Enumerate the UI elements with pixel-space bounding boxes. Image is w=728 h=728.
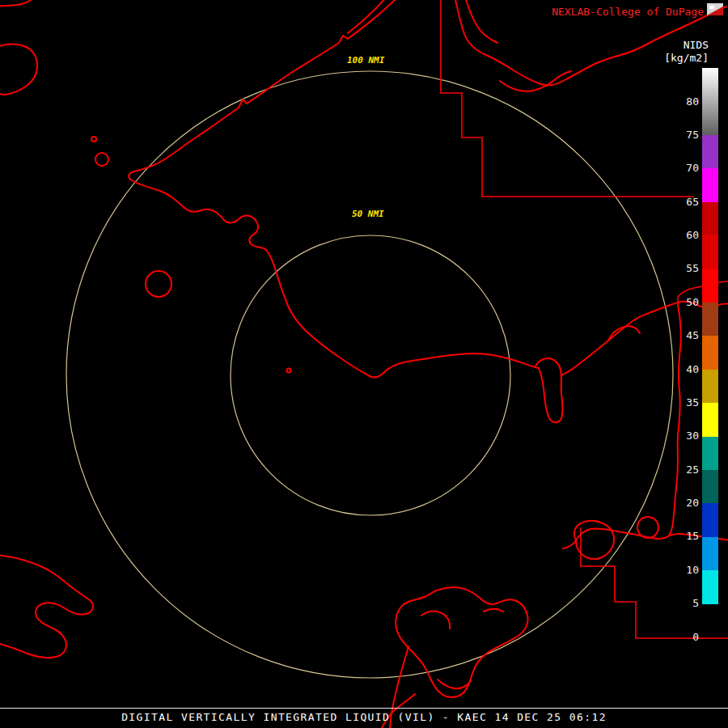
colorbar-tick-55: 55 (676, 262, 699, 274)
colorbar-tick-20: 20 (676, 497, 699, 509)
colorbar-tick-30: 30 (676, 430, 699, 442)
colorbar-tick-0: 0 (676, 631, 699, 643)
lake-complex-inner-2 (438, 679, 471, 688)
colorbar-segment-60-65 (702, 202, 718, 235)
colorbar-tick-10: 10 (676, 564, 699, 576)
range-ring-label-50nmi: 50 NMI (350, 209, 386, 219)
colorbar-segment-75-80+ (702, 68, 718, 135)
colorbar-segment-15-20 (702, 503, 718, 536)
colorbar-tick-75: 75 (676, 129, 699, 141)
colorbar-segment-35-40 (702, 370, 718, 403)
colorbar-tick-80: 80 (676, 95, 699, 108)
colorbar-segment-70-75 (702, 135, 718, 168)
colorbar-tick-60: 60 (676, 229, 699, 241)
product-caption: DIGITAL VERTICALLY INTEGRATED LIQUID (VI… (0, 711, 728, 723)
lake-complex-inner (421, 612, 450, 629)
coastline-bottom-left (0, 555, 93, 658)
range-ring-label-100nmi: 100 NMI (345, 55, 386, 66)
small-mark-2 (287, 369, 291, 373)
lake-complex-outline (396, 587, 527, 697)
colorbar-segment-45-50 (702, 303, 718, 336)
lake-complex-inner-3 (484, 609, 503, 612)
colorbar-segment-55-60 (702, 235, 718, 269)
brand-text: NEXLAB-College of DuPage (552, 6, 704, 18)
colorbar-tick-50: 50 (676, 296, 699, 308)
scale-units: [kg/m2] (664, 52, 709, 64)
small-lake-1 (95, 153, 108, 166)
colorbar-tick-35: 35 (676, 396, 699, 408)
colorbar-segment-65-70 (702, 168, 718, 201)
island-top-left (0, 44, 37, 95)
nexlab-logo-icon (707, 3, 723, 15)
shore-top-left-corner (0, 0, 35, 6)
scale-title: NIDS (684, 39, 709, 51)
coastline-main (129, 0, 535, 377)
colorbar-segment-0-5 (702, 604, 718, 637)
colorbar-segment-5-10 (702, 570, 718, 603)
colorbar-segment-10-15 (702, 537, 718, 570)
colorbar-tick-65: 65 (676, 196, 699, 208)
lake-circle-bottom-right (637, 517, 658, 538)
radar-display: 100 NMI 50 NMI NEXLAB-College of DuPage … (0, 0, 728, 728)
small-lake-2 (146, 271, 171, 297)
range-ring-50nmi (231, 235, 510, 515)
colorbar-segment-30-35 (702, 403, 718, 436)
coastline-barrier (348, 0, 387, 33)
colorbar-segment-25-30 (702, 437, 718, 470)
colorbar (702, 68, 718, 637)
colorbar-segment-40-45 (702, 336, 718, 369)
colorbar-tick-5: 5 (676, 597, 699, 609)
river-top-right-branch (465, 0, 497, 43)
radar-map-svg (0, 0, 728, 728)
small-mark-1 (91, 137, 96, 142)
colorbar-tick-25: 25 (676, 463, 699, 476)
coastline-peninsula (535, 358, 563, 422)
bottom-divider (0, 708, 728, 709)
colorbar-tick-15: 15 (676, 530, 699, 542)
range-ring-100nmi (66, 71, 673, 678)
colorbar-segment-50-55 (702, 269, 718, 303)
colorbar-tick-70: 70 (676, 162, 699, 174)
colorbar-segment-20-25 (702, 470, 718, 503)
colorbar-tick-45: 45 (676, 329, 699, 341)
colorbar-tick-40: 40 (676, 363, 699, 375)
